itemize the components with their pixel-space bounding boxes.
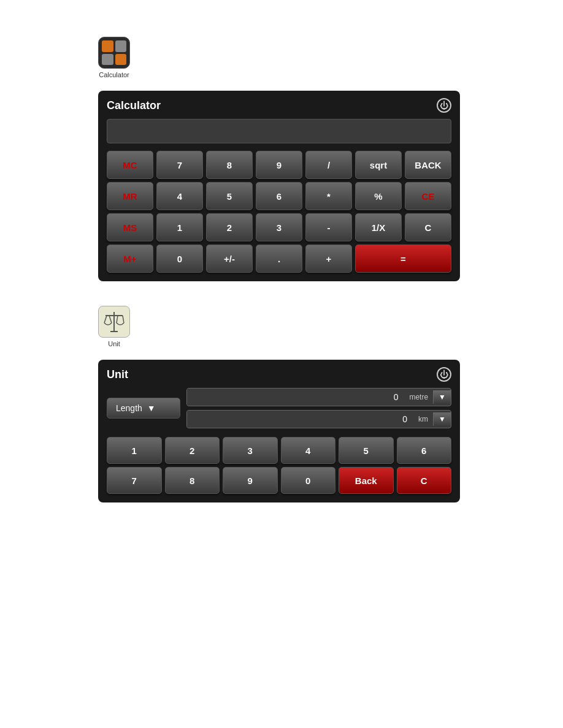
unit-btn-1[interactable]: 1	[107, 437, 162, 464]
calculator-window: Calculator ⏻ MC 7 8 9 / sqrt BACK MR 4 5…	[98, 91, 460, 281]
unit-power-button[interactable]: ⏻	[437, 367, 451, 382]
calculator-app-icon[interactable]: Calculator	[98, 37, 130, 78]
btn-plusminus[interactable]: +/-	[206, 245, 253, 273]
btn-reciprocal[interactable]: 1/X	[355, 213, 402, 241]
svg-line-4	[117, 316, 118, 323]
icon-cell-br	[115, 54, 127, 66]
btn-percent[interactable]: %	[355, 182, 402, 210]
btn-multiply[interactable]: *	[305, 182, 352, 210]
unit-input-row-2: 0 km ▼	[186, 410, 451, 428]
unit-category-dropdown-icon: ▼	[147, 403, 156, 413]
unit-window: Unit ⏻ Length ▼ 0 metre ▼ 0 km ▼	[98, 360, 460, 502]
btn-mr[interactable]: MR	[107, 182, 153, 210]
calculator-icon-graphic	[98, 37, 130, 69]
icon-cell-bl	[102, 54, 113, 66]
unit-keypad: 1 2 3 4 5 6 7 8 9 0 Back C	[107, 437, 451, 494]
btn-decimal[interactable]: .	[256, 245, 302, 273]
icon-cell-tl	[102, 40, 113, 52]
btn-1[interactable]: 1	[156, 213, 203, 241]
btn-equals[interactable]: =	[355, 245, 451, 273]
scales-icon	[102, 309, 126, 334]
unit-btn-7[interactable]: 7	[107, 467, 162, 494]
calculator-button-grid: MC 7 8 9 / sqrt BACK MR 4 5 6 * % CE MS …	[107, 151, 451, 273]
btn-4[interactable]: 4	[156, 182, 203, 210]
unit-btn-2[interactable]: 2	[165, 437, 220, 464]
unit-inputs-col: 0 metre ▼ 0 km ▼	[186, 388, 451, 428]
unit-btn-9[interactable]: 9	[223, 467, 278, 494]
btn-c[interactable]: C	[405, 213, 451, 241]
unit-category-button[interactable]: Length ▼	[107, 398, 180, 419]
btn-0[interactable]: 0	[156, 245, 203, 273]
unit-body: Length ▼ 0 metre ▼ 0 km ▼	[107, 388, 451, 428]
btn-5[interactable]: 5	[206, 182, 253, 210]
btn-sqrt[interactable]: sqrt	[355, 151, 402, 179]
unit-btn-back[interactable]: Back	[339, 467, 394, 494]
unit-type-label-1: metre	[404, 393, 433, 401]
btn-ce[interactable]: CE	[405, 182, 451, 210]
btn-3[interactable]: 3	[256, 213, 302, 241]
svg-line-2	[104, 316, 107, 323]
btn-9[interactable]: 9	[256, 151, 302, 179]
btn-add[interactable]: +	[305, 245, 352, 273]
unit-header: Unit ⏻	[107, 367, 451, 382]
svg-line-3	[109, 316, 112, 323]
unit-conversion-row: Length ▼ 0 metre ▼ 0 km ▼	[107, 388, 451, 428]
icon-cell-tr	[115, 40, 127, 52]
calculator-power-button[interactable]: ⏻	[437, 98, 451, 113]
unit-type-dropdown-2[interactable]: ▼	[433, 412, 451, 426]
unit-btn-0[interactable]: 0	[281, 467, 336, 494]
unit-btn-8[interactable]: 8	[165, 467, 220, 494]
btn-divide[interactable]: /	[305, 151, 352, 179]
btn-mplus[interactable]: M+	[107, 245, 153, 273]
unit-app-icon[interactable]: Unit	[98, 306, 130, 347]
calculator-icon-label: Calculator	[99, 71, 129, 78]
calculator-title: Calculator	[107, 99, 161, 112]
btn-2[interactable]: 2	[206, 213, 253, 241]
unit-input-row-1: 0 metre ▼	[186, 388, 451, 406]
calculator-header: Calculator ⏻	[107, 98, 451, 113]
unit-input-val-1: 0	[187, 389, 404, 406]
unit-type-dropdown-1[interactable]: ▼	[433, 390, 451, 404]
unit-title: Unit	[107, 368, 128, 381]
unit-btn-5[interactable]: 5	[339, 437, 394, 464]
btn-subtract[interactable]: -	[305, 213, 352, 241]
calculator-display	[107, 119, 451, 143]
unit-btn-4[interactable]: 4	[281, 437, 336, 464]
btn-back[interactable]: BACK	[405, 151, 451, 179]
unit-input-val-2: 0	[187, 411, 413, 428]
btn-6[interactable]: 6	[256, 182, 302, 210]
unit-icon-graphic	[98, 306, 130, 338]
unit-btn-c[interactable]: C	[397, 467, 452, 494]
unit-btn-6[interactable]: 6	[397, 437, 452, 464]
btn-8[interactable]: 8	[206, 151, 253, 179]
btn-mc[interactable]: MC	[107, 151, 153, 179]
unit-icon-label: Unit	[108, 340, 120, 347]
btn-ms[interactable]: MS	[107, 213, 153, 241]
svg-line-5	[123, 316, 124, 323]
unit-category-label: Length	[116, 403, 142, 413]
unit-btn-3[interactable]: 3	[223, 437, 278, 464]
btn-7[interactable]: 7	[156, 151, 203, 179]
unit-type-label-2: km	[413, 415, 433, 423]
